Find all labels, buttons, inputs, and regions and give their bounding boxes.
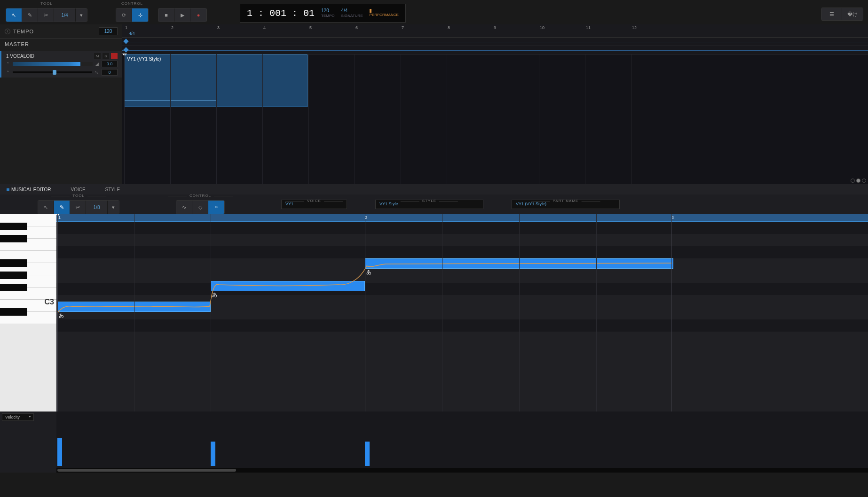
bar-number: 5	[309, 25, 312, 30]
signature-sublabel: SIGNATURE	[341, 14, 363, 18]
tempo-sublabel: TEMPO	[321, 14, 334, 18]
pan-slider[interactable]	[13, 71, 92, 73]
signature-value: 4/4	[341, 8, 363, 14]
velocity-bar[interactable]	[365, 442, 370, 466]
mixer-button[interactable]: �け	[842, 8, 863, 20]
tab-musical-editor[interactable]: MUSICAL EDITOR	[4, 187, 54, 192]
horizontal-scrollbar[interactable]	[56, 468, 868, 473]
editor-quantize[interactable]: 1/8	[86, 201, 108, 214]
editor-scissor-tool[interactable]: ✂	[70, 201, 86, 214]
time-signature-marker: 4/4	[129, 31, 135, 36]
editor-tool-label: TOOL	[72, 194, 85, 198]
scissor-tool[interactable]: ✂	[38, 8, 54, 22]
zoom-slider[interactable]	[856, 179, 860, 183]
arm-record-button[interactable]	[111, 53, 118, 59]
bar-number: 6	[355, 25, 358, 30]
wave-tool[interactable]: ≈	[208, 201, 224, 214]
pitch-curve	[56, 214, 677, 327]
arrangement-timeline[interactable]: 4/4 123456789101112 VY1 (VY1 Style)	[122, 24, 868, 184]
track-row[interactable]: 1 VOCALOID M S ⌃ ◢ 0.0 ⌃ ⇋ 0	[0, 51, 122, 78]
expand-pan-icon[interactable]: ⌃	[6, 70, 10, 75]
velocity-bar[interactable]	[57, 438, 62, 466]
style-label: STYLE	[422, 199, 436, 203]
dynamics-tool[interactable]: ◇	[192, 201, 208, 214]
clip[interactable]: VY1 (VY1 Style)	[124, 54, 308, 107]
volume-meter	[13, 62, 93, 66]
transport-position: 1 : 001 : 01	[247, 8, 315, 19]
tool-label: TOOL	[40, 1, 53, 6]
bar-number: 10	[540, 25, 544, 30]
zoom-in-icon[interactable]	[862, 179, 866, 183]
performance-indicator	[370, 9, 371, 13]
piano-roll-area[interactable]: 1 2 3 あ あ あ	[56, 214, 868, 412]
loop-button[interactable]: ⟳	[116, 8, 132, 22]
performance-sublabel: PERFORMANCE	[370, 13, 399, 17]
c3-label: C3	[45, 298, 54, 306]
volume-icon: ◢	[95, 62, 99, 66]
tempo-lane[interactable]	[122, 38, 868, 46]
mute-button[interactable]: M	[94, 53, 101, 59]
snap-button[interactable]: ⊹	[132, 8, 148, 22]
voice-label: VOICE	[307, 199, 321, 203]
quantize-value[interactable]: 1/4	[54, 8, 76, 22]
info-icon: i	[5, 29, 10, 34]
list-view-button[interactable]: ☰	[821, 8, 842, 20]
tempo-panel-bpm[interactable]: 120	[99, 27, 118, 35]
bar-number: 1	[125, 25, 127, 30]
partname-label: PART NAME	[553, 199, 579, 203]
velocity-bar[interactable]	[211, 442, 215, 466]
volume-value[interactable]: 0.0	[102, 61, 118, 67]
play-button[interactable]: ▶	[174, 8, 190, 22]
track-name: 1 VOCALOID	[6, 54, 34, 59]
piano-keyboard[interactable]: C3	[0, 214, 56, 412]
bar-number: 3	[217, 25, 220, 30]
editor-pencil-tool[interactable]: ✎	[54, 201, 70, 214]
control-label: CONTROL	[121, 1, 143, 6]
bar-number: 9	[494, 25, 496, 30]
signature-lane[interactable]	[122, 46, 868, 54]
master-label: MASTER	[0, 39, 122, 50]
editor-quantize-dropdown[interactable]: ▾	[108, 201, 119, 214]
velocity-selector[interactable]: Velocity	[2, 413, 34, 421]
pan-icon: ⇋	[95, 70, 99, 75]
pencil-tool[interactable]: ✎	[22, 8, 38, 22]
pitch-tool[interactable]: ∿	[176, 201, 192, 214]
bar-number: 7	[402, 25, 404, 30]
quantize-dropdown[interactable]: ▾	[76, 8, 87, 22]
bar-number: 4	[263, 25, 266, 30]
tab-style[interactable]: STYLE	[103, 187, 123, 192]
solo-button[interactable]: S	[103, 53, 109, 59]
expand-vol-icon[interactable]: ⌃	[6, 62, 10, 66]
tempo-value: 120	[321, 8, 334, 14]
pointer-tool[interactable]: ↖	[6, 8, 22, 22]
stop-button[interactable]: ■	[158, 8, 174, 22]
bar-number: 2	[171, 25, 174, 30]
tempo-panel-label: TEMPO	[13, 29, 99, 34]
editor-pointer-tool[interactable]: ↖	[38, 201, 54, 214]
transport-display: 1 : 001 : 01 120 TEMPO 4/4 SIGNATURE PER…	[240, 4, 406, 23]
pan-value[interactable]: 0	[102, 69, 118, 76]
tab-voice[interactable]: VOICE	[68, 187, 88, 192]
bar-number: 11	[586, 25, 591, 30]
velocity-lane[interactable]	[56, 412, 868, 473]
clip-label: VY1 (VY1 Style)	[125, 55, 307, 63]
editor-control-label: CONTROL	[189, 194, 211, 198]
zoom-out-icon[interactable]	[851, 179, 855, 183]
bar-number: 8	[448, 25, 450, 30]
bar-number: 12	[632, 25, 637, 30]
record-button[interactable]: ●	[190, 8, 206, 22]
